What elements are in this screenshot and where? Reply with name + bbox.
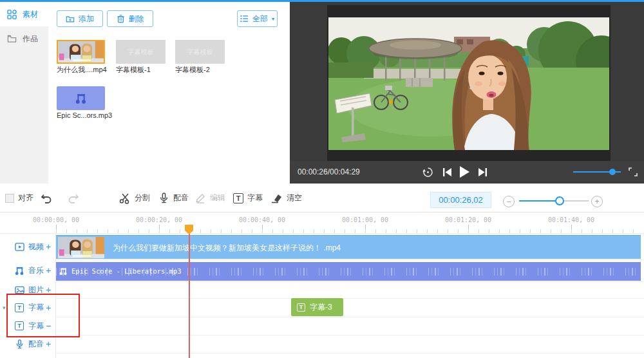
add-folder-icon xyxy=(66,14,75,23)
edit-tool[interactable]: 编辑 xyxy=(195,184,225,212)
ruler-label: 00:01:00, 00 xyxy=(336,216,394,223)
pencil-icon xyxy=(195,193,206,203)
ruler-label: 00:00:20, 00 xyxy=(130,216,188,223)
zoom-slider-fill xyxy=(519,200,559,202)
add-button-label: 添加 xyxy=(79,14,94,24)
track-header-video: 视频 + xyxy=(0,234,56,259)
video-track-clip[interactable]: 为什么我们要做新加坡中文视频？新加坡美女是这样子说的！ .mp4 xyxy=(56,235,641,259)
zoom-slider-knob[interactable] xyxy=(555,196,564,205)
sidebar-item-works[interactable]: 作品 xyxy=(0,26,48,51)
grid-icon xyxy=(7,10,17,19)
edit-label: 编辑 xyxy=(210,193,225,203)
caret-down-icon: ▾ xyxy=(272,16,274,22)
row-divider xyxy=(0,353,644,353)
template-thumb-text: 字幕模板 xyxy=(187,48,213,57)
ruler-label: 00:00:40, 00 xyxy=(233,216,291,223)
ruler-label: 00:00:00, 00 xyxy=(27,216,85,223)
music-note-icon xyxy=(59,267,68,276)
eraser-icon xyxy=(270,193,283,203)
player-timecode: 00:00:26/00:04:29 xyxy=(298,167,360,176)
clip-thumbnail-image xyxy=(58,237,104,258)
filter-label: 全部 xyxy=(252,14,268,24)
library-item-template1-thumb[interactable]: 字幕模板 xyxy=(116,40,166,64)
library-item-label: 为什么我....mp4 xyxy=(57,65,107,75)
dub-label: 配音 xyxy=(173,193,189,203)
dub-tool[interactable]: 配音 xyxy=(158,184,189,212)
next-icon[interactable] xyxy=(478,167,488,177)
current-time-field[interactable]: 00:00:26,02 xyxy=(430,192,491,208)
subtitle-tool[interactable]: T 字幕 xyxy=(233,184,263,212)
row-divider xyxy=(0,259,644,260)
template-thumb-text: 字幕模板 xyxy=(128,48,154,57)
library-item-audio-thumb[interactable] xyxy=(57,86,105,110)
play-button[interactable] xyxy=(459,165,470,178)
annotation-rectangle xyxy=(6,294,80,337)
playhead-line xyxy=(189,225,190,358)
volume-slider-knob[interactable] xyxy=(609,169,616,175)
sidebar-item-label: 素材 xyxy=(23,9,38,20)
subtitle-clip-label: 字幕-3 xyxy=(310,302,332,313)
library-item-video-thumb[interactable] xyxy=(57,40,105,64)
redo-icon[interactable] xyxy=(67,184,80,212)
add-track-button[interactable]: + xyxy=(46,241,51,252)
zoom-in-button[interactable]: + xyxy=(591,196,603,207)
folder-icon xyxy=(7,34,17,44)
undo-icon[interactable] xyxy=(40,184,53,212)
align-toggle[interactable]: 对齐 xyxy=(5,184,33,212)
video-track-icon xyxy=(15,242,24,252)
clear-tool[interactable]: 清空 xyxy=(270,184,302,212)
microphone-icon xyxy=(158,193,169,203)
row-divider xyxy=(0,317,644,317)
sidebar: 素材 作品 xyxy=(0,2,48,184)
music-note-icon xyxy=(75,93,87,104)
clear-label: 清空 xyxy=(287,193,302,203)
add-track-button[interactable]: + xyxy=(46,265,51,276)
add-button[interactable]: 添加 xyxy=(57,10,103,27)
sidebar-item-label: 作品 xyxy=(23,33,38,44)
subtitle-label: 字幕 xyxy=(247,193,263,203)
delete-button-label: 删除 xyxy=(129,14,144,24)
library-item-label: 字幕模板-2 xyxy=(175,65,210,75)
zoom-out-button[interactable]: − xyxy=(503,196,515,207)
library-item-template2-thumb[interactable]: 字幕模板 xyxy=(175,40,225,64)
track-label: 配音 xyxy=(28,339,44,350)
library-item-label: Epic Sc...ors.mp3 xyxy=(57,111,112,119)
filter-dropdown[interactable]: 全部 ▾ xyxy=(237,10,278,27)
video-preview-image xyxy=(328,17,609,150)
trash-icon xyxy=(117,14,125,23)
add-track-button[interactable]: + xyxy=(46,339,51,349)
video-clip-label: 为什么我们要做新加坡中文视频？新加坡美女是这样子说的！ .mp4 xyxy=(113,243,341,254)
track-label: 视频 xyxy=(28,241,44,252)
previous-icon[interactable] xyxy=(442,167,452,177)
scissors-icon xyxy=(119,193,131,204)
align-checkbox[interactable] xyxy=(5,194,14,203)
split-label: 分割 xyxy=(135,193,150,203)
player-bar: 00:00:26/00:04:29 xyxy=(290,161,644,184)
video-thumbnail-image xyxy=(58,41,104,62)
delete-button[interactable]: 删除 xyxy=(107,10,153,27)
row-divider xyxy=(0,335,644,335)
track-label: 音乐 xyxy=(28,265,44,276)
collapse-caret-icon[interactable]: ▾ xyxy=(3,305,6,311)
music-clip-label: Epic Score - Liberators.mp3 xyxy=(71,267,182,275)
loop-icon[interactable] xyxy=(422,166,434,178)
mic-track-icon xyxy=(15,339,24,349)
subtitle-t-icon: T xyxy=(233,193,243,203)
list-filter-icon xyxy=(240,15,249,23)
subtitle-track-clip[interactable]: T 字幕-3 xyxy=(291,298,343,316)
music-track-icon xyxy=(15,266,24,276)
sidebar-item-materials[interactable]: 素材 xyxy=(0,2,48,26)
video-editor-app: 素材 作品 添加 删除 xyxy=(0,0,644,358)
track-header-dub: 配音 + xyxy=(0,335,56,353)
ruler-label: 00:01:20, 00 xyxy=(439,216,497,223)
timeline-toolbar: 对齐 分割 配音 编辑 xyxy=(0,184,644,212)
fullscreen-icon[interactable] xyxy=(629,167,638,176)
music-track-clip[interactable]: Epic Score - Liberators.mp3 xyxy=(56,262,641,281)
subtitle-t-icon: T xyxy=(297,303,305,312)
align-label: 对齐 xyxy=(18,193,33,203)
row-divider xyxy=(0,281,644,282)
split-tool[interactable]: 分割 xyxy=(119,184,150,212)
row-divider xyxy=(0,233,644,234)
ruler-label: 00:01:40, 00 xyxy=(542,216,600,223)
library-item-label: 字幕模板-1 xyxy=(116,65,151,75)
